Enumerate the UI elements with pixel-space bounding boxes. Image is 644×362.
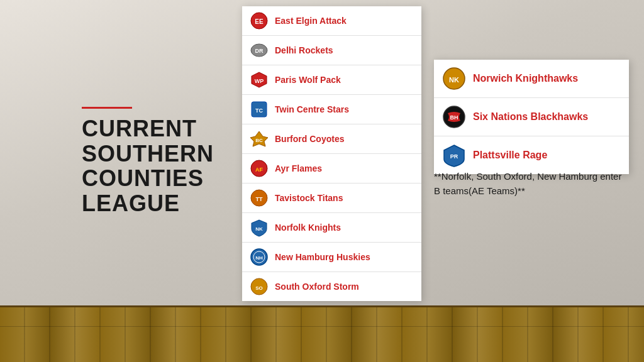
team-row: WP Paris Wolf Pack (242, 65, 421, 95)
new-hamburg-name: New Hamburg Huskies (275, 252, 370, 262)
team-row: TC Twin Centre Stars (242, 95, 421, 124)
tavistock-logo: TT (250, 189, 269, 207)
new-hamburg-logo: NH (250, 248, 269, 266)
team-row: EE East Elgin Attack (242, 6, 421, 36)
paris-logo: WP (250, 70, 269, 89)
team-row: AF Ayr Flames (242, 154, 421, 184)
svg-text:SO: SO (255, 285, 263, 291)
right-team-row: BH Six Nations Blackhawks (434, 98, 629, 136)
notes-text: **Norfolk, South Oxford, New Hamburg ent… (434, 170, 629, 198)
burford-logo: BC (250, 129, 269, 148)
svg-text:BH: BH (450, 114, 458, 121)
tavistock-name: Tavistock Titans (275, 193, 343, 203)
floor (0, 305, 644, 362)
plattsville-name: Plattsville Rage (473, 150, 547, 161)
six-nations-logo: BH (443, 106, 465, 128)
page-title: CURRENT SOUTHERN COUNTIES LEAGUE (82, 116, 220, 216)
svg-text:BC: BC (255, 138, 263, 143)
south-oxford-name: South Oxford Storm (275, 282, 359, 292)
norwich-name: Norwich Knighthawks (473, 73, 578, 84)
right-team-row: PR Plattsville Rage (434, 136, 629, 174)
teams-list-card: EE East Elgin Attack DR Delhi Rockets WP… (242, 6, 421, 301)
ayr-logo: AF (250, 159, 269, 178)
norwich-logo: NK (443, 67, 465, 90)
highlighted-teams-card: NK Norwich Knighthawks BH Six Nations Bl… (434, 60, 629, 174)
svg-text:EE: EE (255, 18, 264, 25)
south-oxford-logo: SO (250, 277, 269, 296)
title-section: CURRENT SOUTHERN COUNTIES LEAGUE (82, 107, 220, 216)
burford-name: Burford Coyotes (275, 134, 344, 144)
team-row: NK Norfolk Knights (242, 213, 421, 243)
svg-text:PR: PR (450, 153, 458, 160)
delhi-name: Delhi Rockets (275, 45, 333, 55)
svg-text:TC: TC (255, 107, 263, 114)
team-row: TT Tavistock Titans (242, 184, 421, 213)
twin-centre-name: Twin Centre Stars (275, 104, 349, 114)
right-team-row: NK Norwich Knighthawks (434, 60, 629, 98)
norfolk-name: Norfolk Knights (275, 222, 341, 233)
six-nations-name: Six Nations Blackhawks (473, 111, 588, 123)
svg-text:TT: TT (256, 196, 263, 202)
svg-text:WP: WP (255, 78, 264, 84)
svg-text:NH: NH (255, 255, 263, 261)
norfolk-logo: NK (250, 218, 269, 237)
team-row: SO South Oxford Storm (242, 272, 421, 301)
plattsville-logo: PR (443, 144, 465, 167)
team-row: NH New Hamburg Huskies (242, 243, 421, 272)
team-row: DR Delhi Rockets (242, 36, 421, 65)
svg-text:DR: DR (255, 48, 264, 54)
twin-centre-logo: TC (250, 100, 269, 119)
east-elgin-name: East Elgin Attack (275, 16, 347, 26)
title-accent-line (82, 107, 132, 109)
svg-text:AF: AF (255, 167, 263, 173)
paris-name: Paris Wolf Pack (275, 75, 341, 85)
east-elgin-logo: EE (250, 11, 269, 30)
svg-text:NK: NK (255, 226, 263, 232)
ayr-name: Ayr Flames (275, 163, 322, 173)
svg-text:NK: NK (449, 76, 459, 84)
team-row: BC Burford Coyotes (242, 124, 421, 154)
delhi-logo: DR (250, 41, 269, 60)
